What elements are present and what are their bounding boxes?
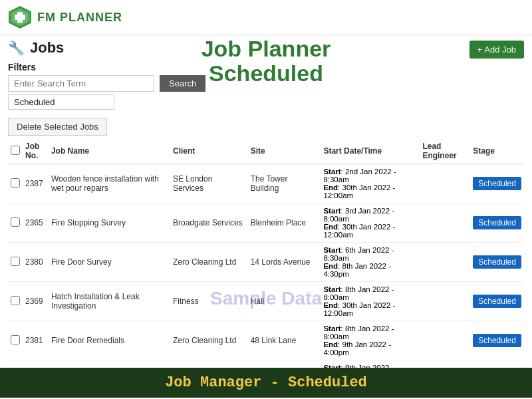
main-container: 🔧 Jobs Job Planner Scheduled + Add Job F… [0, 35, 532, 398]
center-title: Job Planner Scheduled [201, 37, 331, 86]
stage-badge: Scheduled [473, 255, 521, 269]
table-container: Sample Data Job No. Job Name Client Site… [0, 138, 532, 368]
logo-icon [8, 5, 32, 29]
end-date: End: 8th Jan 2022 - 4:30pm [323, 262, 417, 278]
cell-stage: Scheduled [470, 203, 524, 243]
cell-site: Hall [248, 282, 321, 321]
col-header-client: Client [170, 138, 248, 164]
table-row: 2381 Fire Door Remedials Zero Cleaning L… [8, 321, 524, 360]
stage-badge: Scheduled [473, 334, 521, 347]
cell-site: Blenheim Place [248, 203, 321, 243]
cell-site: 48 Link Lane [248, 321, 321, 360]
stage-badge: Scheduled [473, 216, 521, 229]
cell-job-name: Fire Door Survey [49, 243, 170, 282]
end-date: End: 9th Jan 2022 - 4:00pm [323, 340, 417, 356]
row-checkbox-0[interactable] [11, 178, 20, 188]
cell-lead [420, 360, 470, 368]
row-checkbox-1[interactable] [11, 217, 20, 227]
jobs-table: Job No. Job Name Client Site Start Date/… [8, 138, 524, 368]
cell-stage: Scheduled [470, 243, 524, 282]
stage-badge: Scheduled [473, 177, 521, 190]
start-date: Start: 6th Jan 2022 - 8:30am [323, 246, 417, 262]
row-checkbox-4[interactable] [11, 335, 20, 344]
cell-job-no: 2369 [23, 282, 49, 321]
footer-text: Job Manager - Scheduled [165, 374, 367, 391]
cell-client: Broadgate Services [170, 203, 248, 243]
cell-date: Start: 8th Jan 2022 - 8:00am End: 30th J… [321, 282, 420, 321]
table-row: 2369 Hatch Installation & Leak Investiga… [8, 282, 524, 321]
footer: Job Manager - Scheduled [0, 368, 532, 398]
end-date: End: 30th Jan 2022 - 12:00am [323, 223, 417, 239]
cell-job-no: 2367 [23, 360, 49, 368]
col-header-job-name: Job Name [49, 138, 170, 164]
cell-stage: Scheduled [470, 321, 524, 360]
start-date: Start: 9th Jan 2022 - 9:00am [323, 364, 417, 368]
col-header-lead-engineer: Lead Engineer [420, 138, 470, 164]
cell-job-no: 2381 [23, 321, 49, 360]
cell-date: Start: 6th Jan 2022 - 8:30am End: 8th Ja… [321, 243, 420, 282]
add-job-button[interactable]: + Add Job [469, 41, 524, 59]
end-date: End: 30th Jan 2022 - 12:00am [323, 301, 417, 317]
cell-site: Finsbury Park [248, 360, 321, 368]
cell-client: SE London Services [170, 164, 248, 203]
cell-date: Start: 9th Jan 2022 - 9:00am End: 30th J… [321, 360, 420, 368]
header: FM PLANNER [0, 0, 532, 35]
col-header-job-no: Job No. [23, 138, 49, 164]
cell-site: The Tower Building [248, 164, 321, 203]
center-title-line2: Scheduled [201, 61, 331, 86]
cell-job-name: Wooden fence installation with wet pour … [49, 164, 170, 203]
table-row: 2367 Fire Stopping Survey Broadgate Serv… [8, 360, 524, 368]
cell-stage: Scheduled [470, 164, 524, 203]
cell-job-name: Hatch Installation & Leak Investigation [49, 282, 170, 321]
cell-client: Zero Cleaning Ltd [170, 243, 248, 282]
col-header-site: Site [248, 138, 321, 164]
cell-client: Fitness [170, 282, 248, 321]
cell-site: 14 Lords Avenue [248, 243, 321, 282]
select-all-checkbox[interactable] [11, 146, 20, 155]
cell-job-name: Fire Stopping Survey [49, 360, 170, 368]
cell-job-name: Fire Stopping Survey [49, 203, 170, 243]
start-date: Start: 3rd Jan 2022 - 8:00am [323, 207, 417, 223]
table-row: 2380 Fire Door Survey Zero Cleaning Ltd … [8, 243, 524, 282]
page-title: Jobs [30, 39, 64, 57]
row-checkbox-2[interactable] [11, 257, 20, 266]
end-date: End: 30th Jan 2022 - 12:00am [323, 184, 417, 200]
cell-lead [420, 164, 470, 203]
table-row: 2365 Fire Stopping Survey Broadgate Serv… [8, 203, 524, 243]
cell-date: Start: 2nd Jan 2022 - 8:30am End: 30th J… [321, 164, 420, 203]
delete-selected-button[interactable]: Delete Selected Jobs [8, 118, 107, 136]
col-header-stage: Stage [470, 138, 524, 164]
col-header-start-date: Start Date/Time [321, 138, 420, 164]
start-date: Start: 8th Jan 2022 - 8:00am [323, 325, 417, 340]
search-button[interactable]: Search [160, 75, 205, 92]
logo-area: FM PLANNER [8, 5, 122, 29]
cell-client: Broadgate Services [170, 360, 248, 368]
cell-job-name: Fire Door Remedials [49, 321, 170, 360]
search-input[interactable] [8, 75, 154, 92]
cell-lead [420, 321, 470, 360]
cell-stage: Scheduled [470, 360, 524, 368]
cell-lead [420, 282, 470, 321]
logo-text: FM PLANNER [37, 11, 122, 25]
center-title-line1: Job Planner [201, 37, 331, 61]
start-date: Start: 8th Jan 2022 - 8:00am [323, 285, 417, 301]
wrench-icon: 🔧 [8, 40, 25, 56]
cell-stage: Scheduled [470, 282, 524, 321]
cell-lead [420, 203, 470, 243]
stage-badge: Scheduled [473, 295, 521, 308]
svg-rect-3 [15, 15, 25, 20]
row-checkbox-3[interactable] [11, 296, 20, 305]
table-wrapper: Sample Data Job No. Job Name Client Site… [8, 138, 524, 368]
top-section: 🔧 Jobs Job Planner Scheduled + Add Job [0, 35, 532, 59]
cell-job-no: 2387 [23, 164, 49, 203]
table-header-row: Job No. Job Name Client Site Start Date/… [8, 138, 524, 164]
page-title-section: 🔧 Jobs [8, 39, 64, 57]
cell-job-no: 2380 [23, 243, 49, 282]
status-filter-badge: Scheduled [8, 94, 114, 110]
cell-client: Zero Cleaning Ltd [170, 321, 248, 360]
start-date: Start: 2nd Jan 2022 - 8:30am [323, 168, 417, 184]
cell-date: Start: 3rd Jan 2022 - 8:00am End: 30th J… [321, 203, 420, 243]
cell-lead [420, 243, 470, 282]
cell-date: Start: 8th Jan 2022 - 8:00am End: 9th Ja… [321, 321, 420, 360]
table-row: 2387 Wooden fence installation with wet … [8, 164, 524, 203]
